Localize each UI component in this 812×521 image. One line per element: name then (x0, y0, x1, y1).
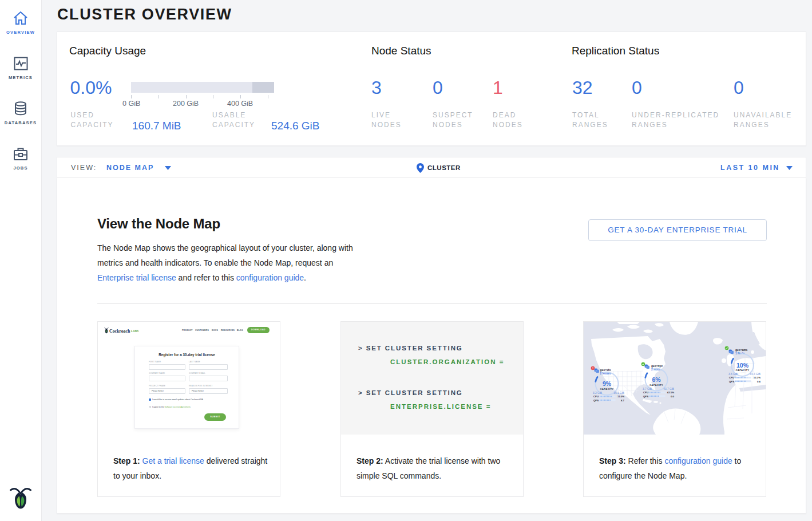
svg-text:11.0%: 11.0% (617, 395, 624, 398)
svg-text:CPU: CPU (729, 376, 734, 379)
svg-text:3.7 GiB: 3.7 GiB (643, 388, 652, 390)
svg-text:geo=sfo: geo=sfo (600, 369, 611, 372)
svg-text:43.7 GiB: 43.7 GiB (663, 388, 674, 390)
svg-text:6%: 6% (652, 376, 661, 383)
svg-text:CAPACITY: CAPACITY (649, 384, 663, 386)
svg-text:QPS: QPS (729, 380, 734, 383)
svg-text:QPS: QPS (643, 395, 648, 398)
svg-text:4.7: 4.7 (621, 399, 625, 402)
svg-text:42.5%: 42.5% (667, 391, 674, 394)
svg-text:35.1 GiB: 35.1 GiB (613, 392, 624, 394)
svg-text:0.4: 0.4 (757, 380, 761, 383)
svg-text:9%: 9% (603, 380, 612, 387)
svg-text:CPU: CPU (643, 391, 648, 394)
svg-text:geo=ams: geo=ams (735, 349, 748, 352)
svg-text:13.3%: 13.3% (754, 376, 760, 379)
svg-text:CAPACITY: CAPACITY (600, 388, 613, 390)
svg-text:34.4 GiB: 34.4 GiB (750, 373, 760, 376)
svg-text:QPS: QPS (593, 399, 599, 402)
svg-text:geo=nyc: geo=nyc (651, 365, 663, 368)
svg-text:3.2 GiB: 3.2 GiB (593, 392, 602, 394)
svg-text:Cockroach: Cockroach (109, 329, 130, 334)
svg-text:CPU: CPU (593, 395, 599, 398)
svg-text:0.0: 0.0 (671, 395, 675, 398)
svg-text:CAPACITY: CAPACITY (735, 369, 749, 372)
svg-text:LABS: LABS (131, 330, 138, 333)
svg-text:3.6 GiB: 3.6 GiB (728, 373, 738, 376)
svg-text:10%: 10% (736, 362, 749, 369)
